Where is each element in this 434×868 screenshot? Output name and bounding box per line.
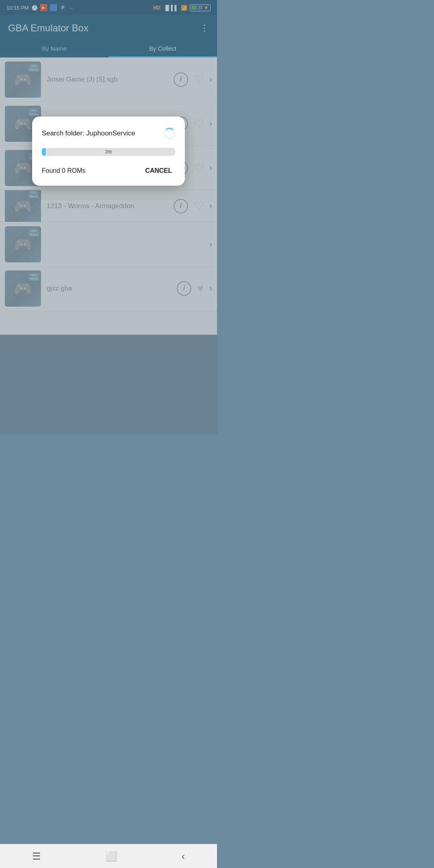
dialog-footer: Found 0 ROMs CANCEL <box>42 166 175 176</box>
found-roms-text: Found 0 ROMs <box>42 167 85 174</box>
dialog-header: Search folder: JuphoonService <box>42 128 175 139</box>
loading-spinner <box>164 128 175 139</box>
cancel-button[interactable]: CANCEL <box>142 166 175 176</box>
modal-overlay: Search folder: JuphoonService 3% Found 0… <box>0 0 217 434</box>
progress-label: 3% <box>105 149 112 155</box>
search-dialog: Search folder: JuphoonService 3% Found 0… <box>32 117 185 186</box>
dialog-title: Search folder: JuphoonService <box>42 129 135 137</box>
progress-bar-fill <box>42 148 46 156</box>
progress-bar-container: 3% <box>42 148 175 156</box>
